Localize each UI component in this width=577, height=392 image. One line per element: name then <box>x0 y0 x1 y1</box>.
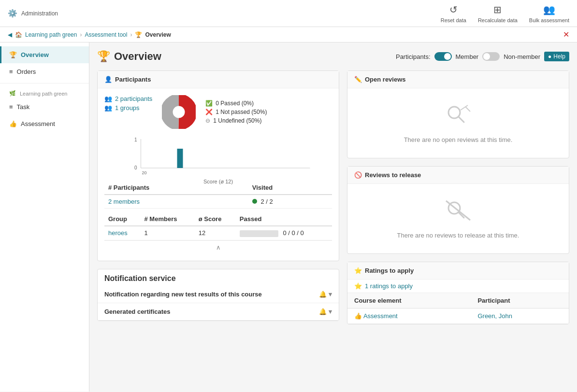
notification-section-header: Notification service <box>98 269 339 286</box>
close-icon[interactable]: ✕ <box>563 30 569 39</box>
trophy-icon: 🏆 <box>9 51 17 58</box>
reset-data-button[interactable]: ↺ Reset data <box>441 4 466 23</box>
sidebar-item-overview[interactable]: 🏆 Overview <box>0 46 89 63</box>
sidebar-divider <box>0 83 89 84</box>
admin-section[interactable]: ⚙️ Administration <box>8 9 58 18</box>
assessment-icon: 👍 <box>9 120 17 127</box>
participants-header-label: Participants <box>115 76 151 83</box>
notification-bell-1[interactable]: 🔔 ▾ <box>319 291 332 298</box>
recalculate-data-button[interactable]: ⊞ Recalculate data <box>478 4 518 23</box>
nonmember-toggle[interactable] <box>482 52 500 61</box>
recalculate-icon: ⊞ <box>493 4 502 15</box>
svg-point-1 <box>167 100 191 124</box>
notification-item-1-label: Notification regarding new test results … <box>104 291 262 298</box>
bulk-assessment-button[interactable]: 👥 Bulk assessment <box>529 4 569 23</box>
reviews-release-empty-icon <box>357 198 559 227</box>
help-label: Help <box>553 53 565 60</box>
pie-chart <box>162 95 196 129</box>
breadcrumb-sep-2: › <box>130 31 132 38</box>
ratings-link-icon: ⭐ <box>354 282 362 290</box>
group-link[interactable]: heroes <box>108 229 128 237</box>
breadcrumb-current: Overview <box>145 31 171 38</box>
participant-counts: 👥 2 participants 👥 1 groups <box>104 95 152 112</box>
admin-icon: ⚙️ <box>8 9 17 18</box>
back-icon[interactable]: ◀ <box>8 31 12 38</box>
sidebar-item-assessment[interactable]: 👍 Assessment <box>0 115 89 132</box>
participants-card-header: 👤 Participants <box>98 71 339 88</box>
svg-rect-7 <box>177 149 183 168</box>
collapse-button[interactable]: ∧ <box>104 240 332 254</box>
not-passed-legend-label: 1 Not passed (50%) <box>216 109 267 115</box>
notification-item-2: Generated certificates 🔔 ▾ <box>98 303 339 321</box>
topbar-actions: ↺ Reset data ⊞ Recalculate data 👥 Bulk a… <box>441 4 569 23</box>
sidebar-item-task[interactable]: ≡ Task <box>0 98 89 115</box>
participants-count-icon: 👥 <box>104 95 112 102</box>
sidebar-section-learning-path: 🌿 Learning path green <box>0 86 89 98</box>
assessment-link[interactable]: Assessment <box>363 312 398 320</box>
page-title-text: Overview <box>114 50 161 63</box>
sidebar-item-orders[interactable]: ≡ Orders <box>0 63 89 80</box>
group-members: 1 <box>141 226 195 240</box>
visited-value: 2 / 2 <box>260 198 273 205</box>
notification-bell-2[interactable]: 🔔 ▾ <box>319 308 332 315</box>
member-toggle[interactable] <box>434 52 452 61</box>
svg-text:20: 20 <box>142 170 147 175</box>
notification-item-1: Notification regarding new test results … <box>98 286 339 303</box>
help-button[interactable]: ● Help <box>544 52 569 61</box>
not-passed-dot-icon: ❌ <box>205 109 213 115</box>
svg-text:1: 1 <box>134 137 137 142</box>
passed-value: 0 / 0 / 0 <box>283 229 303 237</box>
breadcrumb: ◀ 🏠 Learning path green › Assessment too… <box>0 27 577 42</box>
sidebar-task-label: Task <box>17 103 30 111</box>
groups-count-link[interactable]: 1 groups <box>115 104 140 112</box>
pie-svg <box>162 95 196 129</box>
participant-link[interactable]: Green, John <box>477 312 512 320</box>
table-row: 2 members 2 / 2 <box>104 195 332 209</box>
sidebar-overview-label: Overview <box>21 51 49 58</box>
breadcrumb-assessment-tool[interactable]: Assessment tool <box>85 31 127 38</box>
left-column: 👤 Participants 👥 2 participants <box>97 70 339 332</box>
page-trophy-icon: 🏆 <box>97 50 110 63</box>
undefined-dot-icon: ⊖ <box>205 117 210 124</box>
groups-count-stat: 👥 1 groups <box>104 104 152 112</box>
svg-line-9 <box>459 117 464 122</box>
nonmember-label: Non-member <box>504 53 540 60</box>
participants-card-body: 👥 2 participants 👥 1 groups <box>98 88 339 261</box>
breadcrumb-overview-icon: 🏆 <box>135 31 142 38</box>
assessment-icon-ratings: 👍 <box>354 312 362 320</box>
participants-header-icon: 👤 <box>104 76 112 83</box>
chevron-up-icon: ∧ <box>216 244 221 251</box>
ratings-link[interactable]: 1 ratings to apply <box>365 282 413 290</box>
participants-toggle-area: Participants: Member Non-member ● Help <box>396 52 569 61</box>
passed-progress-bar <box>240 230 278 237</box>
bell-icon-1: 🔔 <box>319 291 327 298</box>
recalculate-label: Recalculate data <box>478 17 518 23</box>
chart-label: Score (ø 12) <box>104 179 332 184</box>
groups-icon: 👥 <box>104 104 112 112</box>
help-icon: ● <box>548 53 551 60</box>
reviews-release-empty: There are no reviews to release at this … <box>347 184 569 253</box>
ratings-card: ⭐ Ratings to apply ⭐ 1 ratings to apply … <box>347 262 569 324</box>
breadcrumb-learning-path[interactable]: Learning path green <box>25 31 77 38</box>
reviews-release-icon: 🚫 <box>354 171 362 179</box>
reviews-release-card: 🚫 Reviews to release There are no review… <box>347 166 569 254</box>
legend-not-passed: ❌ 1 Not passed (50%) <box>205 109 267 115</box>
members-link[interactable]: 2 members <box>108 198 140 205</box>
page-title: 🏆 Overview <box>97 50 161 63</box>
main-layout: 🏆 Overview ≡ Orders 🌿 Learning path gree… <box>0 42 577 392</box>
reviews-release-label: Reviews to release <box>365 171 421 179</box>
reviews-release-empty-text: There are no reviews to release at this … <box>357 232 559 239</box>
open-reviews-header: ✏️ Open reviews <box>347 71 569 88</box>
notification-item-2-label: Generated certificates <box>104 308 171 315</box>
content-area: 🏆 Overview Participants: Member Non-memb… <box>89 42 577 392</box>
open-reviews-label: Open reviews <box>365 76 406 83</box>
ratings-table-header-row: Course element Participant <box>347 293 569 308</box>
topbar: ⚙️ Administration ↺ Reset data ⊞ Recalcu… <box>0 0 577 27</box>
participants-table: # Participants Visited 2 members 2 / 2 <box>104 181 332 209</box>
participants-count-link[interactable]: 2 participants <box>115 95 152 102</box>
chart-area: ✅ 0 Passed (0%) ❌ 1 Not passed (50%) ⊖ <box>162 95 267 129</box>
two-col-layout: 👤 Participants 👥 2 participants <box>97 70 569 332</box>
learning-path-section-label: Learning path green <box>20 91 67 97</box>
ratings-link-row[interactable]: ⭐ 1 ratings to apply <box>347 280 569 293</box>
group-score: 12 <box>195 226 236 240</box>
